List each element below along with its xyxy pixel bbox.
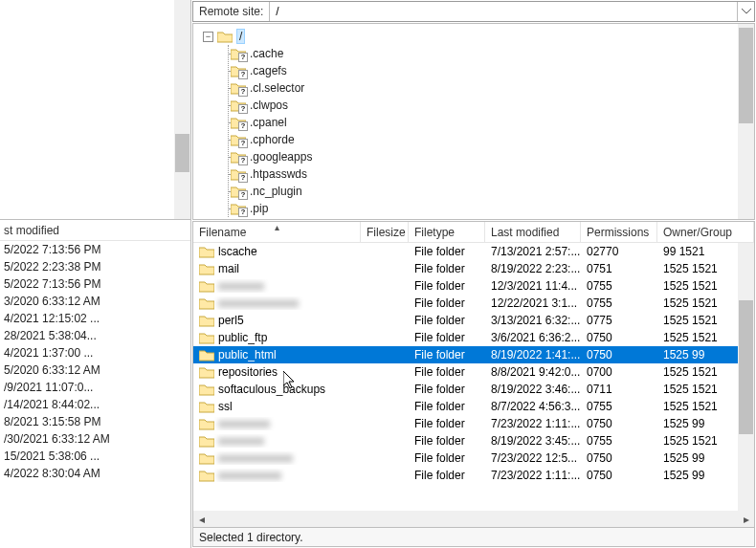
local-file-list[interactable]: 5/2022 7:13:56 PM5/2022 2:23:38 PM5/2022… xyxy=(0,241,190,548)
list-item[interactable]: 5/2022 2:23:38 PM xyxy=(0,258,190,275)
collapse-icon[interactable]: − xyxy=(203,32,213,42)
lastmod-text: 12/22/2021 3:1... xyxy=(485,296,581,310)
list-item[interactable]: /30/2021 6:33:12 AM xyxy=(0,430,190,448)
tree-item-label: .cpanel xyxy=(250,116,287,129)
filetype-text: File folder xyxy=(409,434,485,448)
column-ownergroup[interactable]: Owner/Group xyxy=(657,222,754,242)
tree-item-label: .googleapps xyxy=(250,150,312,164)
tree-item[interactable]: ?.cphorde xyxy=(231,131,748,148)
scroll-left-icon[interactable]: ◂ xyxy=(193,511,210,527)
chevron-down-icon xyxy=(742,9,751,14)
remote-file-rows[interactable]: lscacheFile folder7/13/2021 2:57:...0277… xyxy=(193,243,754,511)
tree-root[interactable]: − / xyxy=(203,28,748,45)
tree-item[interactable]: ?.cl.selector xyxy=(231,79,748,97)
lastmod-text: 7/23/2022 1:11:... xyxy=(485,469,581,482)
remote-site-bar: Remote site: / xyxy=(192,1,755,22)
list-item[interactable]: /9/2021 11:07:0... xyxy=(0,379,190,396)
table-row[interactable]: softaculous_backupsFile folder8/19/2022 … xyxy=(193,381,754,398)
column-lastmodified[interactable]: Last modified xyxy=(485,222,581,242)
tree-item[interactable]: ?.cagefs xyxy=(231,62,748,79)
filename-text: perl5 xyxy=(218,314,244,327)
list-item[interactable]: 5/2022 7:13:56 PM xyxy=(0,275,190,293)
tree-item[interactable]: ?.googleapps xyxy=(231,148,748,165)
column-headers: ▴ Filename Filesize Filetype Last modifi… xyxy=(193,222,754,243)
list-item[interactable]: 3/2020 6:33:12 AM xyxy=(0,293,190,310)
perm-text: 0755 xyxy=(581,296,657,310)
column-filetype[interactable]: Filetype xyxy=(409,222,485,242)
tree-item[interactable]: ?.htpasswds xyxy=(231,165,748,183)
table-row[interactable]: xxxxxxxxxxxxxxFile folder12/22/2021 3:1.… xyxy=(193,295,754,312)
remote-path-input[interactable]: / xyxy=(269,2,737,21)
tree-item[interactable]: ?.pip xyxy=(231,200,748,217)
table-row[interactable]: xxxxxxxxxxxFile folder7/23/2022 1:11:...… xyxy=(193,467,754,484)
lastmod-text: 3/6/2021 6:36:2... xyxy=(485,331,581,344)
table-row[interactable]: perl5File folder3/13/2021 6:32:...077515… xyxy=(193,312,754,329)
filetype-text: File folder xyxy=(409,348,485,362)
list-item[interactable]: 4/2021 12:15:02 ... xyxy=(0,310,190,327)
tree-item[interactable]: ?.cache xyxy=(231,45,748,62)
scrollbar-horizontal[interactable]: ◂ ▸ xyxy=(193,511,754,527)
table-row[interactable]: lscacheFile folder7/13/2021 2:57:...0277… xyxy=(193,243,754,260)
folder-unknown-icon: ? xyxy=(231,186,246,198)
filetype-text: File folder xyxy=(409,365,485,379)
list-item[interactable]: 5/2022 7:13:56 PM xyxy=(0,241,190,258)
filename-text: xxxxxxxxx xyxy=(218,417,270,430)
filename-text: xxxxxxxx xyxy=(218,279,264,293)
perm-text: 0755 xyxy=(581,434,657,448)
tree-item-label: .cphorde xyxy=(250,133,295,146)
folder-open-icon xyxy=(217,31,233,43)
column-filesize[interactable]: Filesize xyxy=(361,222,409,242)
tree-root-label[interactable]: / xyxy=(236,29,245,44)
filename-text: public_ftp xyxy=(218,331,267,344)
lastmod-text: 8/7/2022 4:56:3... xyxy=(485,400,581,413)
tree-item[interactable]: ?.clwpos xyxy=(231,97,748,114)
tree-item-label: .pip xyxy=(250,202,268,215)
scrollbar-thumb[interactable] xyxy=(175,134,189,172)
list-item[interactable]: 5/2020 6:33:12 AM xyxy=(0,362,190,379)
folder-unknown-icon: ? xyxy=(231,82,246,95)
perm-text: 0755 xyxy=(581,279,657,293)
list-item[interactable]: 4/2021 1:37:00 ... xyxy=(0,344,190,362)
filetype-text: File folder xyxy=(409,417,485,430)
table-row[interactable]: xxxxxxxxxFile folder7/23/2022 1:11:...07… xyxy=(193,415,754,432)
scrollbar-thumb[interactable] xyxy=(739,28,753,123)
tree-item-label: .cl.selector xyxy=(250,81,304,95)
scroll-right-icon[interactable]: ▸ xyxy=(738,511,754,527)
scrollbar-vertical[interactable] xyxy=(738,243,754,511)
scrollbar-vertical[interactable] xyxy=(174,0,190,219)
table-row[interactable]: xxxxxxxxFile folder8/19/2022 3:45:...075… xyxy=(193,432,754,449)
filename-text: xxxxxxxxxxx xyxy=(218,469,281,482)
table-row[interactable]: sslFile folder8/7/2022 4:56:3...07551525… xyxy=(193,398,754,415)
scrollbar-thumb[interactable] xyxy=(739,300,753,434)
table-row[interactable]: xxxxxxxxFile folder12/3/2021 11:4...0755… xyxy=(193,277,754,295)
local-column-header[interactable]: st modified xyxy=(0,220,190,241)
tree-item[interactable]: ?.nc_plugin xyxy=(231,183,748,200)
list-item[interactable]: 4/2022 8:30:04 AM xyxy=(0,465,190,482)
filename-text: softaculous_backups xyxy=(218,383,325,396)
table-row[interactable]: xxxxxxxxxxxxxFile folder7/23/2022 12:5..… xyxy=(193,449,754,467)
list-item[interactable]: /14/2021 8:44:02... xyxy=(0,396,190,413)
column-filename[interactable]: ▴ Filename xyxy=(193,222,361,242)
filetype-text: File folder xyxy=(409,469,485,482)
remote-path-dropdown[interactable] xyxy=(737,2,754,21)
lastmod-text: 8/19/2022 1:41:... xyxy=(485,348,581,362)
filename-text: mail xyxy=(218,262,239,275)
remote-tree-panel[interactable]: − / ?.cache?.cagefs?.cl.selector?.clwpos… xyxy=(192,23,755,220)
list-item[interactable]: 15/2021 5:38:06 ... xyxy=(0,448,190,465)
scrollbar-vertical[interactable] xyxy=(738,24,754,219)
table-row[interactable]: mailFile folder8/19/2022 2:23:...0751152… xyxy=(193,260,754,277)
folder-icon xyxy=(199,401,214,413)
folder-icon xyxy=(199,315,214,327)
perm-text: 0755 xyxy=(581,400,657,413)
list-item[interactable]: 8/2021 3:15:58 PM xyxy=(0,413,190,430)
list-item[interactable]: 28/2021 5:38:04... xyxy=(0,327,190,344)
table-row[interactable]: public_ftpFile folder3/6/2021 6:36:2...0… xyxy=(193,329,754,346)
filename-text: xxxxxxxxxxxxxx xyxy=(218,296,299,310)
tree-item[interactable]: ?.cpanel xyxy=(231,114,748,131)
column-permissions[interactable]: Permissions xyxy=(581,222,657,242)
table-row[interactable]: repositoriesFile folder8/8/2021 9:42:0..… xyxy=(193,363,754,381)
lastmod-text: 7/23/2022 12:5... xyxy=(485,451,581,465)
lastmod-text: 8/19/2022 2:23:... xyxy=(485,262,581,275)
folder-unknown-icon: ? xyxy=(231,99,246,112)
table-row[interactable]: public_htmlFile folder8/19/2022 1:41:...… xyxy=(193,346,754,363)
